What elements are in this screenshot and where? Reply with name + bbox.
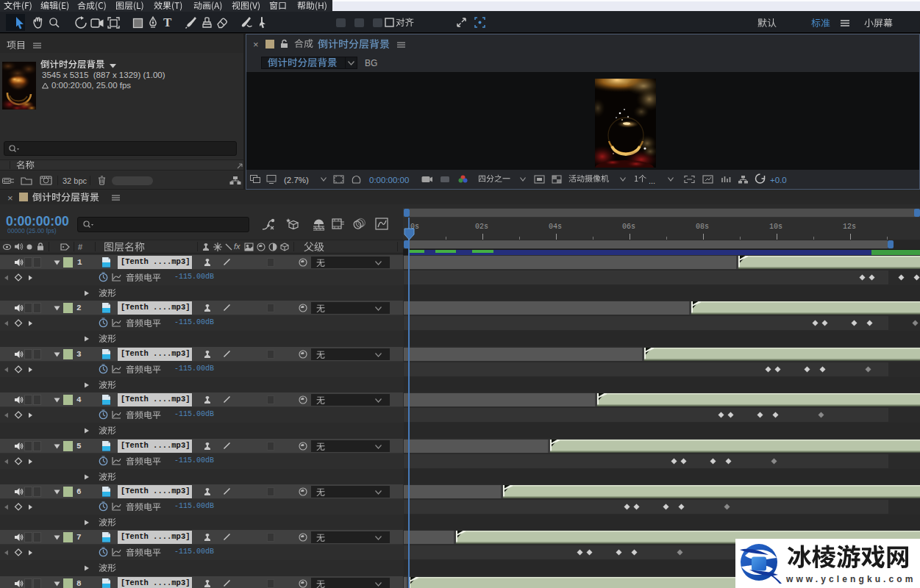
svg-text:T: T — [163, 15, 172, 29]
